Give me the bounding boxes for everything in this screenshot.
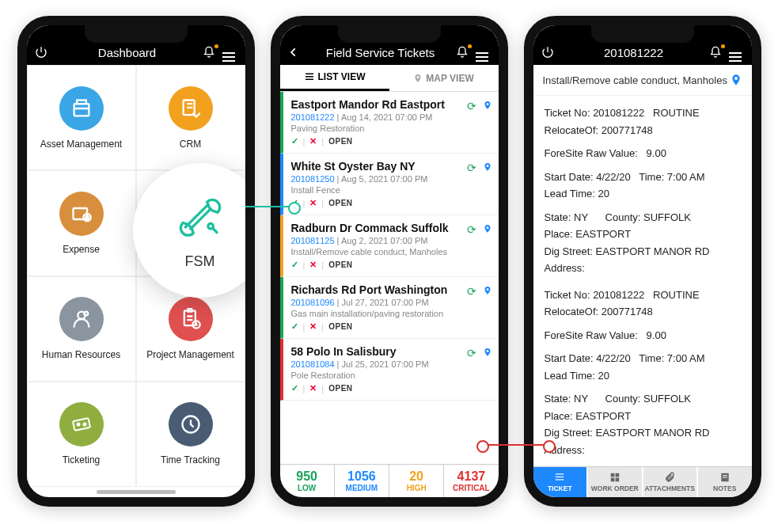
ticket-meta: 201081096 | Jul 27, 2021 07:00 PM [291,298,491,307]
stat-medium[interactable]: 1056 MEDIUM [335,465,389,497]
ticket-desc: Paving Restoration [291,124,491,133]
check-icon[interactable]: ✓ [291,383,298,393]
pin-icon[interactable] [483,347,492,358]
svg-rect-12 [72,418,89,431]
dash-tile-ticketing[interactable]: Ticketing [27,382,136,487]
ticket-row[interactable]: ⟳Eastport Mandor Rd Eastport201081222 | … [280,92,499,154]
tile-icon [169,402,213,446]
ticket-row[interactable]: ⟳Richards Rd Port Washington201081096 | … [280,277,499,339]
tab-map-view[interactable]: MAP VIEW [389,65,499,91]
svg-rect-24 [615,473,619,477]
pin-icon[interactable] [483,162,492,173]
dash-tile-human-resources[interactable]: Human Resources [27,276,136,382]
tab-ticket[interactable]: TICKET [533,467,589,497]
check-icon[interactable]: ✓ [291,136,298,146]
svg-rect-22 [556,479,564,480]
ticket-meta: 201081250 | Aug 5, 2021 07:00 PM [291,174,491,184]
svg-point-14 [83,424,85,426]
pin-icon [413,73,423,84]
menu-icon[interactable] [220,43,237,62]
tile-label: Ticketing [63,454,101,466]
tab-attachments[interactable]: ATTACHMENTS [643,467,699,497]
ticket-title: 58 Polo In Salisbury [291,345,491,358]
check-icon[interactable]: ✓ [291,321,298,332]
pin-icon[interactable] [730,73,742,87]
paperclip-icon [662,472,677,483]
cross-icon[interactable]: ✕ [309,260,317,270]
fsm-label: FSM [185,253,215,270]
tab-label: WORK ORDER [591,484,639,492]
tile-label: Asset Management [40,139,122,150]
pin-icon[interactable] [483,100,492,111]
svg-rect-0 [74,104,89,116]
bottom-tabs: TICKET WORK ORDER ATTACHMENTS NOTES [533,466,752,497]
dash-tile-crm[interactable]: CRM [136,65,245,170]
ticket-meta: 201081125 | Aug 2, 2021 07:00 PM [291,236,491,245]
page-title: Dashboard [52,46,203,59]
sync-icon[interactable]: ⟳ [467,162,476,174]
footer-stats: 950 LOW 1056 MEDIUM 20 HIGH 4137 CRITICA… [280,464,499,497]
dash-tile-expense[interactable]: $Expense [27,170,136,276]
ticket-status-row: ✓|✕|OPEN [291,383,491,393]
sync-icon[interactable]: ⟳ [467,347,476,359]
status-badge: OPEN [328,384,352,393]
back-icon[interactable] [288,47,306,58]
ticket-row[interactable]: ⟳White St Oyster Bay NY201081250 | Aug 5… [280,154,499,215]
phone-ticket-detail: 201081222 Install/Remove cable conduct, … [524,16,761,507]
menu-icon[interactable] [727,43,744,62]
cross-icon[interactable]: ✕ [309,198,317,208]
tile-icon [169,86,213,131]
tab-notes[interactable]: NOTES [698,467,752,497]
tab-work-order[interactable]: WORK ORDER [588,467,643,497]
svg-point-13 [77,424,79,426]
power-icon[interactable] [541,46,559,59]
sync-icon[interactable]: ⟳ [467,100,476,112]
ticket-desc: Gas main installation/paving restoration [291,309,491,318]
phone-ticket-list: Field Service Tickets LIST VIEW MAP VIEW… [271,16,508,507]
status-badge: OPEN [328,137,352,146]
ticket-row[interactable]: ⟳58 Polo In Salisbury201081084 | Jul 25,… [280,339,499,401]
lines-icon [552,472,567,483]
phone-notch [591,25,694,43]
phone-notch [338,25,441,43]
stat-low[interactable]: 950 LOW [280,465,335,497]
menu-icon[interactable] [473,43,491,62]
ticket-meta: 201081222 | Aug 14, 2021 07:00 PM [291,112,491,122]
svg-rect-19 [306,79,313,81]
status-badge: OPEN [328,260,352,269]
bell-icon[interactable] [456,46,473,59]
dash-tile-time-tracking[interactable]: Time Tracking [136,382,245,487]
pin-icon[interactable] [483,285,492,296]
stat-number: 4137 [444,469,498,484]
ticket-title: Eastport Mandor Rd Eastport [291,98,491,111]
svg-point-8 [84,312,88,316]
cross-icon[interactable]: ✕ [309,136,317,146]
cross-icon[interactable]: ✕ [309,321,317,332]
pin-icon[interactable] [483,223,492,234]
stat-critical[interactable]: 4137 CRITICAL [444,465,498,497]
tile-label: CRM [180,139,201,150]
dash-tile-asset-management[interactable]: Asset Management [27,65,136,170]
stat-high[interactable]: 20 HIGH [389,465,444,497]
grid-icon [609,472,621,483]
ticket-status-row: ✓|✕|OPEN [291,198,491,208]
bell-icon[interactable] [709,46,727,59]
ticket-title: Radburn Dr Commack Suffolk [291,222,491,234]
sync-icon[interactable]: ⟳ [467,223,476,236]
check-icon[interactable]: ✓ [291,260,298,270]
ticket-row[interactable]: ⟳Radburn Dr Commack Suffolk201081125 | A… [280,215,499,277]
tile-label: Expense [63,244,100,255]
status-badge: OPEN [328,322,352,331]
ticket-status-row: ✓|✕|OPEN [291,260,491,270]
phone-notch [85,25,188,43]
stat-number: 1056 [335,469,389,484]
cross-icon[interactable]: ✕ [309,383,317,393]
bell-icon[interactable] [203,46,220,59]
tab-label: NOTES [713,484,736,492]
power-icon[interactable] [35,46,52,59]
sync-icon[interactable]: ⟳ [467,285,476,298]
svg-rect-28 [723,475,727,476]
detail-subtitle: Install/Remove cable conduct, Manholes [543,74,727,86]
stat-label: HIGH [407,484,427,492]
tab-list-view[interactable]: LIST VIEW [280,65,389,91]
